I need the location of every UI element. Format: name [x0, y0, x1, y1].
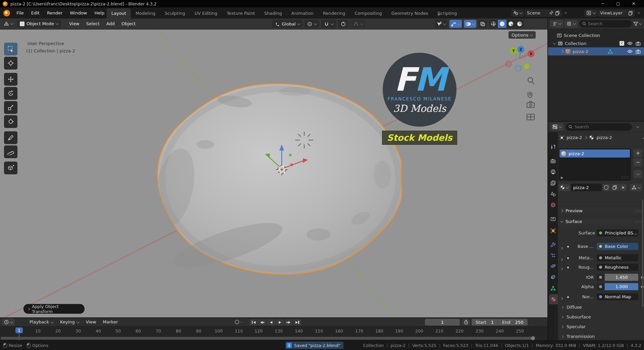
pivot-point-dropdown[interactable] [305, 20, 319, 28]
tab-geometry-nodes[interactable]: Geometry Nodes [387, 8, 433, 18]
frame-tick-label[interactable]: 210 [435, 329, 443, 334]
viewport-menu-item[interactable]: Add [103, 20, 118, 28]
tool-measure[interactable] [4, 145, 17, 158]
ior-socket-button[interactable] [597, 274, 604, 281]
surface-shader-field[interactable]: Principled BS... [597, 229, 638, 236]
shading-solid-button[interactable] [498, 20, 506, 28]
frame-tick-label[interactable]: 150 [315, 329, 323, 334]
panel-grip-icon[interactable] [634, 220, 641, 223]
marker-menu[interactable]: Marker [100, 318, 121, 326]
tool-move[interactable] [4, 73, 17, 86]
eye-icon[interactable] [627, 49, 633, 53]
copy-icon[interactable] [555, 11, 560, 15]
frame-tick-label[interactable]: 160 [335, 329, 343, 334]
tab-collection[interactable] [548, 214, 557, 224]
jump-to-start-button[interactable] [250, 319, 258, 325]
preview-panel-header[interactable]: Preview [558, 206, 644, 215]
node-tree-button[interactable] [630, 184, 642, 191]
shading-wireframe-button[interactable] [489, 20, 498, 28]
tab-rendering[interactable]: Rendering [318, 8, 350, 18]
axis-z-neg-ball[interactable] [515, 65, 521, 71]
subpanel-header[interactable]: Specular [558, 322, 644, 332]
tab-compositing[interactable]: Compositing [350, 8, 387, 18]
add-slot-button[interactable]: + [634, 149, 642, 157]
breadcrumb-object[interactable]: pizza-2 [567, 135, 582, 140]
frame-tick-label[interactable]: 230 [476, 329, 484, 334]
previous-keyframe-button[interactable] [258, 319, 266, 325]
tab-render[interactable] [548, 156, 557, 166]
viewlayer-name-field[interactable]: ViewLayer [598, 9, 635, 17]
tab-sculpting[interactable]: Sculpting [160, 8, 190, 18]
add-workspace-button[interactable]: + [433, 9, 444, 19]
tab-material[interactable] [549, 294, 558, 304]
properties-search-input[interactable] [575, 124, 629, 129]
frame-tick-label[interactable]: 90 [196, 329, 201, 334]
roughness-field[interactable]: Roughness [597, 264, 638, 271]
camera-icon[interactable] [636, 49, 641, 54]
base-color-field[interactable]: Base Color [597, 243, 638, 250]
menu-item[interactable]: Render [43, 9, 66, 17]
frame-tick-label[interactable]: 1 [15, 327, 23, 333]
duplicate-material-button[interactable] [611, 184, 619, 191]
mesh-data-icon[interactable] [607, 49, 613, 54]
tab-layout[interactable]: Layout [107, 8, 131, 18]
tab-output[interactable] [548, 167, 557, 177]
tab-particles[interactable] [548, 250, 557, 260]
tab-texture-paint[interactable]: Texture Paint [222, 8, 260, 18]
frame-tick-label[interactable]: 170 [355, 329, 363, 334]
editor-type-button[interactable] [1, 21, 15, 27]
frame-tick-label[interactable]: 220 [455, 329, 464, 334]
maximize-button[interactable]: ▢ [610, 0, 626, 7]
frame-tick-label[interactable]: 240 [496, 329, 504, 334]
current-frame-field[interactable]: 1 [425, 319, 460, 325]
frame-tick-label[interactable]: 80 [176, 329, 181, 334]
xray-toggle[interactable] [478, 20, 487, 28]
viewport-menu-item[interactable]: View [66, 20, 83, 28]
frame-tick-label[interactable]: 70 [156, 329, 161, 334]
keying-menu[interactable]: Keying [57, 318, 83, 326]
scene-browse-button[interactable] [511, 9, 524, 17]
outliner-filter-button[interactable] [633, 21, 642, 26]
menu-item[interactable]: Edit [28, 9, 43, 17]
mode-selector[interactable]: Object Mode [17, 20, 61, 28]
playback-menu[interactable]: Playback [26, 318, 57, 326]
eye-icon[interactable] [627, 41, 633, 45]
material-slot-list[interactable]: pizza-2 ▶ [558, 148, 631, 181]
tab-uv-editing[interactable]: UV Editing [190, 8, 222, 18]
alpha-socket-button[interactable] [597, 283, 604, 290]
camera-icon[interactable] [636, 41, 641, 46]
outliner-row-scene-collection[interactable]: Scene Collection [548, 31, 644, 39]
ior-slider[interactable]: 1.450 [605, 274, 638, 281]
scene-name-field[interactable]: Scene [525, 9, 562, 17]
pizza-object[interactable] [148, 84, 402, 276]
metallic-field[interactable]: Metallic [597, 254, 638, 261]
frame-tick-label[interactable]: 180 [375, 329, 383, 334]
options-dropdown[interactable]: Options [508, 31, 536, 39]
breadcrumb-material[interactable]: pizza-2 [596, 135, 612, 140]
zoom-icon[interactable] [528, 78, 534, 84]
frame-tick-label[interactable]: 140 [295, 329, 303, 334]
orthographic-icon[interactable] [527, 114, 534, 120]
tab-object[interactable] [548, 226, 557, 236]
blender-menu-icon[interactable] [3, 10, 10, 16]
viewlayer-browse-button[interactable] [584, 9, 597, 17]
outliner-display-mode-button[interactable] [565, 20, 578, 28]
menu-item[interactable]: File [13, 9, 28, 17]
properties-editor-type-button[interactable] [550, 123, 564, 131]
falloff-dropdown[interactable] [351, 20, 366, 28]
material-name-field[interactable]: pizza-2 [571, 184, 602, 191]
tool-annotate[interactable] [4, 131, 17, 144]
gizmos-toggle[interactable] [449, 20, 462, 28]
operator-panel[interactable]: Apply Object Transform [23, 304, 85, 314]
tab-shading[interactable]: Shading [260, 8, 287, 18]
play-reverse-button[interactable] [267, 319, 275, 325]
tool-cursor[interactable] [4, 57, 17, 70]
frame-tick-label[interactable]: 50 [115, 329, 121, 334]
tab-data[interactable] [548, 283, 557, 293]
start-frame-field[interactable]: Start1 [472, 319, 498, 325]
overlays-toggle[interactable] [464, 20, 476, 28]
menu-item[interactable]: Help [91, 9, 108, 17]
tool-add-cube[interactable] [4, 162, 17, 174]
snap-toggle[interactable] [321, 20, 336, 28]
properties-options-icon[interactable] [636, 125, 640, 128]
